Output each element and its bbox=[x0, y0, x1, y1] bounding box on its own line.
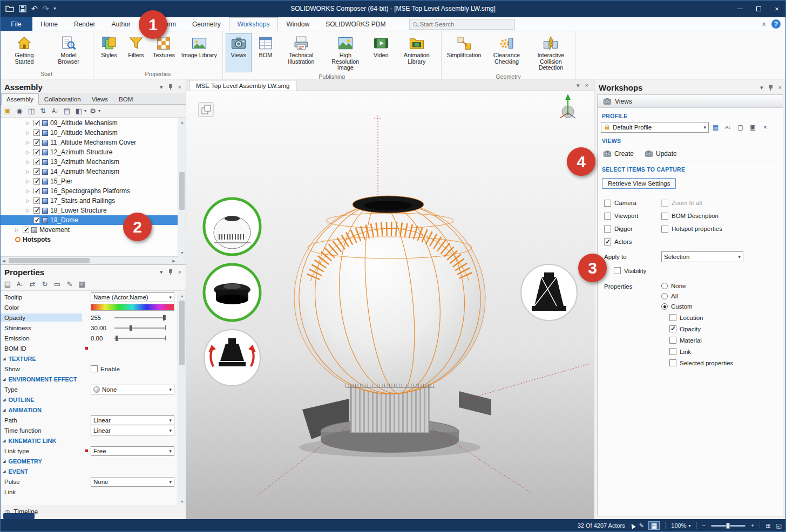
color-gradient-bar[interactable] bbox=[91, 304, 174, 311]
properties-radio-option[interactable]: All bbox=[661, 293, 693, 299]
capture-option[interactable]: BOM Description bbox=[661, 213, 719, 220]
search-input[interactable] bbox=[420, 21, 501, 28]
property-section-header[interactable]: KINEMATIC LINK bbox=[0, 435, 178, 446]
tree-item[interactable]: ▷ 13_Azimuth Mechanism bbox=[0, 157, 178, 167]
ribbon-button[interactable]: Technical Illustration bbox=[280, 33, 323, 72]
property-row[interactable]: Type None None ▾ None bbox=[0, 384, 178, 394]
profile-grid-icon[interactable]: ▦ bbox=[710, 121, 721, 133]
undo-icon[interactable]: ↶ bbox=[31, 4, 38, 13]
list-view-icon[interactable]: ▤ bbox=[62, 106, 72, 117]
search-box[interactable] bbox=[409, 19, 515, 30]
capture-option[interactable]: Zoom fit all bbox=[661, 200, 702, 207]
vertical-scrollbar[interactable]: ▲ ▼ bbox=[178, 118, 186, 256]
property-dropdown[interactable]: Name (Actor.Name) ▾ bbox=[91, 292, 174, 302]
properties-radio-option[interactable]: Custom bbox=[661, 303, 693, 310]
profile-dropdown[interactable]: Default Profile ▾ bbox=[601, 122, 709, 133]
gear-icon[interactable]: ⚙ bbox=[87, 106, 98, 117]
tree-item[interactable]: ▷ Hotspots bbox=[0, 235, 178, 244]
custom-property-option[interactable]: Link bbox=[669, 348, 783, 355]
ribbon-tab[interactable]: Author bbox=[103, 17, 138, 31]
capture-option[interactable]: Actors bbox=[604, 238, 661, 245]
visibility-checkbox[interactable] bbox=[33, 129, 40, 136]
view-thumbnail-dome-sketch[interactable] bbox=[204, 199, 260, 255]
ribbon-tab[interactable]: Render bbox=[66, 17, 103, 31]
capture-checkbox[interactable] bbox=[604, 200, 611, 207]
edit-mode-icon[interactable]: ✎ bbox=[639, 522, 644, 529]
custom-property-checkbox[interactable] bbox=[669, 348, 676, 355]
tree-item[interactable]: ▷ 12_Azimuth Structure bbox=[0, 147, 178, 157]
refresh-icon[interactable]: ↻ bbox=[39, 279, 50, 290]
properties-radio-option[interactable]: None bbox=[661, 283, 693, 289]
create-view-button[interactable]: Create bbox=[598, 148, 639, 159]
capture-checkbox[interactable] bbox=[661, 200, 668, 207]
property-row[interactable]: Pulse None None ▾ None bbox=[0, 476, 178, 487]
capture-option[interactable]: Digger bbox=[604, 226, 661, 233]
zoom-out-icon[interactable]: − bbox=[702, 522, 706, 529]
new-profile-icon[interactable]: ▢ bbox=[735, 121, 746, 133]
scroll-up-icon[interactable]: ▲ bbox=[178, 292, 186, 299]
capture-checkbox[interactable] bbox=[661, 226, 668, 233]
expand-view-icon[interactable]: ◱ bbox=[776, 522, 782, 529]
tree-item[interactable]: ▷ 18_Lower Structure bbox=[0, 206, 178, 215]
ribbon-tab[interactable]: SOLIDWORKS PDM bbox=[317, 17, 394, 31]
zoom-slider[interactable] bbox=[711, 525, 746, 527]
profile-sort-icon[interactable]: A↓ bbox=[722, 121, 734, 133]
expander-icon[interactable]: ▷ bbox=[26, 149, 31, 155]
property-row[interactable]: Time function Linear Linear ▾ Linear bbox=[0, 425, 178, 435]
capture-checkbox[interactable] bbox=[661, 213, 668, 220]
visibility-checkbox[interactable] bbox=[33, 149, 40, 155]
property-section-header[interactable]: ANIMATION bbox=[0, 405, 178, 415]
property-dropdown[interactable]: Free ▾ bbox=[91, 446, 174, 456]
visibility-checkbox[interactable] bbox=[614, 267, 621, 274]
property-section-header[interactable]: OUTLINE bbox=[0, 394, 178, 405]
ribbon-tab[interactable]: Geometry bbox=[184, 17, 229, 31]
property-dropdown[interactable]: None ▾ bbox=[91, 477, 174, 487]
visibility-checkbox[interactable] bbox=[33, 120, 40, 126]
property-dropdown[interactable]: None ▾ bbox=[91, 385, 174, 394]
expander-icon[interactable]: ▷ bbox=[26, 179, 31, 184]
panel-tab[interactable]: BOM bbox=[113, 93, 138, 104]
custom-property-checkbox[interactable] bbox=[669, 325, 676, 332]
expander-icon[interactable]: ▷ bbox=[26, 208, 31, 213]
expander-icon[interactable]: ▷ bbox=[26, 217, 31, 223]
property-row[interactable]: Opacity 255 255 ▾ 255 bbox=[0, 312, 178, 323]
scroll-up-icon[interactable]: ▲ bbox=[178, 118, 186, 126]
vertical-scrollbar[interactable]: ▲ ▼ bbox=[178, 292, 186, 505]
delete-profile-icon[interactable]: × bbox=[760, 121, 771, 133]
zoom-slider-thumb[interactable] bbox=[726, 523, 730, 529]
ribbon-button[interactable]: Filters bbox=[123, 33, 149, 70]
radio-icon[interactable] bbox=[661, 283, 668, 289]
table-icon[interactable]: ▦ bbox=[77, 279, 87, 290]
visibility-checkbox[interactable] bbox=[33, 159, 40, 165]
chevron-down-icon[interactable]: ▾ bbox=[160, 84, 163, 91]
property-dropdown[interactable]: Linear ▾ bbox=[91, 415, 174, 425]
ribbon-button[interactable]: Simplification bbox=[444, 33, 484, 72]
sort-az-icon[interactable]: A↓ bbox=[15, 279, 25, 290]
import-actor-icon[interactable]: ◫ bbox=[26, 106, 37, 117]
property-section-header[interactable]: TEXTURE bbox=[0, 353, 178, 364]
grid-toggle-icon[interactable]: ▦ bbox=[648, 521, 660, 530]
apply-to-dropdown[interactable]: Selection ▾ bbox=[661, 251, 743, 262]
visibility-option[interactable]: Visibility bbox=[598, 267, 783, 274]
custom-property-checkbox[interactable] bbox=[669, 314, 676, 321]
collaboration-icon[interactable]: ◉ bbox=[14, 106, 25, 117]
copy-profile-icon[interactable]: ▣ bbox=[747, 121, 758, 133]
property-row[interactable]: Path Linear Linear ▾ Linear bbox=[0, 415, 178, 425]
view-thumbnail-telescope-rotate[interactable] bbox=[204, 330, 260, 386]
property-row[interactable]: Show Enable Enable ▾ Enable bbox=[0, 364, 178, 374]
property-section-header[interactable]: ENVIRONMENT EFFECT bbox=[0, 374, 178, 384]
visibility-checkbox[interactable] bbox=[33, 188, 40, 194]
radio-icon[interactable] bbox=[661, 303, 668, 310]
view-thumbnail-dome-base[interactable] bbox=[204, 264, 260, 320]
visibility-checkbox[interactable] bbox=[33, 217, 40, 223]
capture-checkbox[interactable] bbox=[604, 226, 611, 233]
custom-property-option[interactable]: Location bbox=[669, 314, 783, 321]
property-row[interactable]: Shininess 30.00 30.00 ▾ 30.00 bbox=[0, 323, 178, 333]
custom-property-option[interactable]: Selected properties bbox=[669, 359, 783, 366]
viewport-3d[interactable] bbox=[186, 91, 594, 519]
sort-az-icon[interactable]: A↓ bbox=[50, 106, 60, 117]
capture-option[interactable]: Camera bbox=[604, 200, 661, 207]
ribbon-button[interactable]: Clearance Checking bbox=[485, 33, 528, 72]
custom-property-checkbox[interactable] bbox=[669, 359, 676, 366]
export-actor-icon[interactable]: ⇅ bbox=[38, 106, 49, 117]
